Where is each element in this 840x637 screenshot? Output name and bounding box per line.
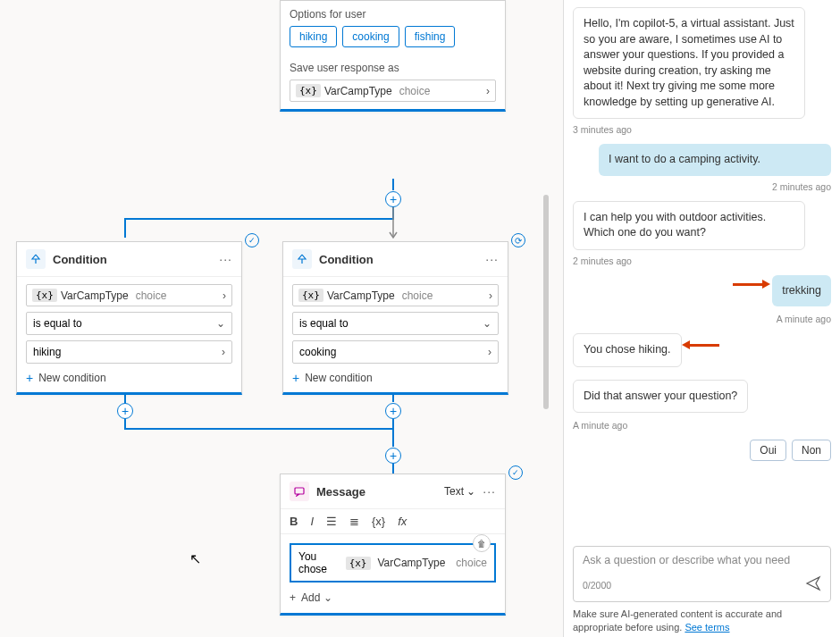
- condition-icon: [292, 249, 312, 269]
- new-condition-button[interactable]: + New condition: [26, 371, 232, 385]
- numbered-button[interactable]: ≣: [349, 515, 359, 528]
- variable-icon: {x}: [296, 84, 321, 97]
- send-button[interactable]: [805, 575, 821, 594]
- bot-message: Hello, I'm copilot-5, a virtual assistan…: [573, 7, 805, 119]
- new-condition-button[interactable]: + New condition: [292, 371, 499, 385]
- condition-card-1: Condition ··· {x} VarCampType choice › i…: [16, 241, 242, 395]
- test-chat-panel: Hello, I'm copilot-5, a virtual assistan…: [563, 0, 840, 637]
- more-menu-button[interactable]: ···: [485, 252, 499, 266]
- options-card: Options for user hiking cooking fishing …: [280, 0, 506, 112]
- bot-message: I can help you with outdoor activities. …: [573, 201, 805, 250]
- chip-fishing[interactable]: fishing: [405, 26, 456, 47]
- chevron-right-icon: ›: [222, 346, 225, 358]
- message-card: Message Text ⌄ ··· B I ☰ ≣ {x} fx 🗑 You …: [280, 474, 506, 616]
- timestamp: 3 minutes ago: [573, 124, 831, 135]
- timestamp: A minute ago: [573, 314, 831, 324]
- status-check-icon: [508, 465, 523, 480]
- bot-message: You chose hiking.: [573, 333, 682, 367]
- bot-message: Did that answer your question?: [573, 380, 748, 414]
- add-node-button[interactable]: +: [117, 403, 133, 419]
- chat-input-placeholder: Ask a question or describe what you need: [583, 554, 821, 566]
- chevron-right-icon: ›: [489, 289, 492, 302]
- status-pending-icon: [511, 233, 525, 247]
- chevron-right-icon: ›: [223, 289, 226, 302]
- more-menu-button[interactable]: ···: [483, 484, 496, 499]
- fx-button[interactable]: fx: [398, 515, 407, 528]
- user-message: trekking: [772, 275, 831, 307]
- callout-arrow-icon: [733, 283, 763, 286]
- more-menu-button[interactable]: ···: [219, 252, 232, 266]
- operator-dropdown[interactable]: is equal to ⌄: [292, 312, 499, 335]
- footer-text: Make sure AI-generated content is accura…: [573, 608, 831, 633]
- delete-button[interactable]: 🗑: [473, 534, 491, 552]
- plus-icon: +: [292, 371, 299, 385]
- value-dropdown[interactable]: cooking ›: [292, 340, 499, 364]
- chevron-down-icon: ⌄: [483, 317, 491, 330]
- italic-button[interactable]: I: [310, 515, 314, 528]
- operator-dropdown[interactable]: is equal to ⌄: [26, 312, 232, 335]
- timestamp: A minute ago: [573, 420, 831, 431]
- condition-card-2: Condition ··· {x} VarCampType choice › i…: [282, 241, 508, 395]
- timestamp: 2 minutes ago: [573, 256, 831, 266]
- condition-variable-picker[interactable]: {x} VarCampType choice ›: [292, 284, 499, 306]
- add-button[interactable]: + Add ⌄: [290, 591, 496, 604]
- add-node-button[interactable]: +: [385, 191, 401, 207]
- char-count: 0/2000: [583, 580, 611, 591]
- svg-rect-0: [295, 488, 304, 494]
- condition-variable-picker[interactable]: {x} VarCampType choice ›: [26, 284, 232, 306]
- chevron-right-icon: ›: [486, 85, 490, 97]
- variable-insert-button[interactable]: {x}: [372, 515, 385, 528]
- condition-title: Condition: [53, 253, 107, 266]
- save-variable-picker[interactable]: {x} VarCampType choice ›: [290, 80, 496, 102]
- quick-reply-oui[interactable]: Oui: [750, 440, 786, 461]
- mode-dropdown[interactable]: Text ⌄: [444, 485, 475, 498]
- value-dropdown[interactable]: hiking ›: [26, 340, 232, 364]
- scrollbar[interactable]: [543, 195, 549, 409]
- message-icon: [290, 482, 309, 501]
- format-toolbar: B I ☰ ≣ {x} fx: [281, 509, 505, 534]
- status-check-icon: [245, 233, 259, 247]
- cursor-icon: ↖: [189, 550, 201, 567]
- bullets-button[interactable]: ☰: [326, 515, 337, 528]
- chip-hiking[interactable]: hiking: [290, 26, 337, 47]
- bold-button[interactable]: B: [290, 515, 298, 528]
- chip-cooking[interactable]: cooking: [342, 26, 399, 47]
- condition-icon: [26, 249, 46, 269]
- message-editor[interactable]: 🗑 You chose {x} VarCampType choice: [290, 543, 496, 583]
- chat-input[interactable]: Ask a question or describe what you need…: [573, 546, 831, 602]
- save-response-label: Save user response as: [290, 62, 496, 74]
- canvas[interactable]: Options for user hiking cooking fishing …: [0, 0, 563, 637]
- chevron-down-icon: ⌄: [323, 591, 332, 604]
- chevron-right-icon: ›: [488, 346, 491, 358]
- add-node-button[interactable]: +: [385, 448, 401, 464]
- options-label: Options for user: [290, 8, 496, 21]
- chevron-down-icon: ⌄: [216, 317, 225, 330]
- plus-icon: +: [290, 591, 296, 604]
- quick-reply-non[interactable]: Non: [792, 440, 831, 461]
- add-node-button[interactable]: +: [385, 403, 401, 419]
- message-title: Message: [316, 485, 365, 499]
- condition-title: Condition: [319, 253, 374, 266]
- terms-link[interactable]: See terms: [685, 622, 729, 633]
- callout-arrow-icon: [689, 344, 719, 347]
- user-message: I want to do a camping activity.: [599, 144, 831, 176]
- timestamp: 2 minutes ago: [573, 181, 831, 192]
- plus-icon: +: [26, 371, 33, 385]
